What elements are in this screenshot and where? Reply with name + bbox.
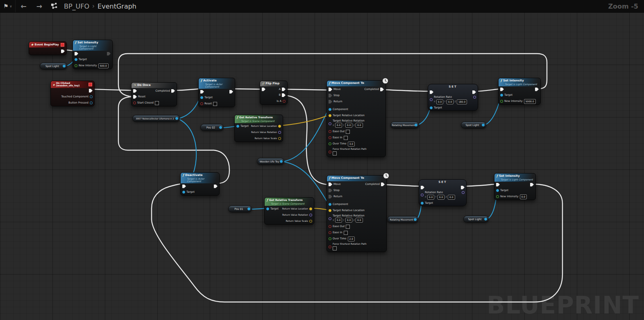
exec-out-pin[interactable] (535, 88, 539, 91)
variable-spot-light-3[interactable]: Spot Light (463, 216, 489, 223)
variable-rotating-movement-2[interactable]: Rotating Movement (387, 216, 418, 223)
ease-in-checkbox[interactable] (344, 231, 348, 235)
wire-exec[interactable] (285, 95, 328, 185)
node-set-rotation-rate-1[interactable]: SET Rotation Rate X0.0 Y0.0 Z180.0 Targe… (428, 84, 478, 111)
rotation-x-value[interactable]: 0.0 (335, 123, 342, 128)
exec-in-pin[interactable] (200, 90, 204, 94)
node-on-clicked[interactable]: ◆ On Clicked (wooden_ufo_toy) Touched Co… (50, 81, 95, 106)
return-scale-pin[interactable] (309, 220, 312, 223)
object-out-pin[interactable] (482, 124, 485, 126)
ease-in-pin[interactable] (329, 136, 331, 139)
node-deactivate[interactable]: ƒ Deactivate Target is Actor Component T… (180, 172, 220, 196)
force-shortest-pin[interactable] (329, 151, 331, 153)
exec-out-pin[interactable] (530, 183, 534, 187)
exec-in-pin[interactable] (430, 90, 433, 94)
node-move-component-to-2[interactable]: ƒ Move Component To Move Completed Stop … (327, 175, 387, 252)
force-shortest-checkbox[interactable] (333, 246, 337, 250)
exec-out-pin[interactable] (214, 185, 218, 188)
new-intensity-value[interactable]: 5000.0 (524, 99, 536, 104)
node-set-intensity-1[interactable]: ƒ Set Intensity Target is Light Componen… (73, 40, 113, 69)
rotation-rate-pin[interactable] (430, 98, 433, 101)
rotation-y-value[interactable]: 0.0 (345, 218, 353, 223)
return-exec-pin[interactable] (329, 195, 332, 198)
reset-checkbox[interactable] (213, 102, 217, 106)
target-relative-rotation-pin[interactable] (329, 122, 331, 125)
object-out-pin[interactable] (414, 218, 417, 221)
variable-rotating-movement-1[interactable]: Rotating Movement (390, 122, 419, 128)
reset-in-pin[interactable] (133, 95, 137, 99)
start-closed-pin[interactable] (133, 101, 136, 104)
ease-in-checkbox[interactable] (344, 136, 348, 140)
component-pin[interactable] (329, 108, 331, 111)
stop-exec-pin[interactable] (329, 189, 332, 192)
rate-y-value[interactable]: 0.0 (438, 195, 445, 200)
exec-in-pin[interactable] (262, 88, 265, 91)
exec-in-pin[interactable] (75, 52, 78, 56)
button-pressed-pin[interactable] (90, 101, 93, 104)
object-out-pin[interactable] (280, 160, 283, 163)
wire-exec[interactable] (92, 89, 135, 90)
ease-out-pin[interactable] (329, 130, 331, 133)
rate-x-value[interactable]: 0.0 (436, 99, 444, 104)
start-closed-checkbox[interactable] (155, 101, 159, 105)
return-rotation-pin[interactable] (278, 131, 281, 134)
node-do-once[interactable]: ↪ Do Once Completed Reset Start Closed (131, 82, 177, 106)
target-relative-rotation-pin[interactable] (329, 217, 331, 220)
return-location-pin[interactable] (309, 207, 312, 210)
variable-wooden-ufo-toy[interactable]: Wooden Ufo Toy (257, 158, 284, 165)
target-pin[interactable] (266, 207, 269, 210)
exec-out-pin[interactable] (472, 90, 476, 94)
move-exec-pin[interactable] (329, 88, 332, 91)
target-pin[interactable] (200, 96, 203, 99)
new-intensity-pin[interactable] (75, 64, 77, 67)
node-get-relative-transform-2[interactable]: ƒ Get Relative Transform Target is Scene… (264, 197, 314, 225)
over-time-value[interactable]: 3.0 (348, 142, 355, 146)
rate-y-value[interactable]: 0.0 (447, 99, 454, 104)
graph-hierarchy-icon[interactable] (47, 0, 61, 12)
touched-component-pin[interactable] (90, 95, 93, 98)
target-pin[interactable] (421, 202, 424, 205)
target-pin[interactable] (236, 125, 239, 128)
return-location-pin[interactable] (278, 125, 281, 128)
return-exec-pin[interactable] (329, 100, 332, 104)
node-activate[interactable]: ƒ Activate Target is Actor Component Tar… (198, 78, 235, 107)
force-shortest-checkbox[interactable] (333, 151, 337, 155)
wire-exec[interactable] (174, 89, 200, 90)
wire-exec[interactable] (464, 184, 495, 186)
variable-pos-01[interactable]: Pos 01 (228, 205, 252, 212)
value-out-pin[interactable] (473, 96, 476, 99)
wire-exec[interactable] (232, 89, 262, 89)
node-set-intensity-2[interactable]: ƒ Set Intensity Target is Light Componen… (498, 78, 541, 105)
back-button[interactable]: ← (16, 2, 31, 10)
over-time-pin[interactable] (329, 142, 331, 145)
new-intensity-pin[interactable] (496, 195, 499, 198)
node-flip-flop[interactable]: // Flip Flop A B Is A (260, 81, 288, 105)
target-pin[interactable] (182, 191, 185, 194)
exec-in-pin[interactable] (496, 183, 500, 187)
ease-out-checkbox[interactable] (346, 225, 350, 229)
rate-z-value[interactable]: 0.0 (448, 195, 455, 200)
ease-out-pin[interactable] (329, 225, 331, 228)
ease-out-checkbox[interactable] (346, 130, 350, 134)
completed-out-pin[interactable] (171, 89, 175, 93)
exec-out-pin[interactable] (107, 52, 111, 56)
rotation-z-value[interactable]: 0.0 (356, 218, 363, 223)
value-out-pin[interactable] (462, 191, 465, 194)
target-pin[interactable] (500, 94, 503, 97)
breadcrumb-eventgraph[interactable]: EventGraph (98, 2, 136, 10)
variable-pos-02[interactable]: Pos 02 (200, 124, 224, 131)
node-set-rotation-rate-2[interactable]: SET Rotation Rate X0.0 Y0.0 Z0.0 Target (419, 179, 467, 206)
node-set-intensity-3[interactable]: ƒ Set Intensity Target is Light Componen… (494, 173, 536, 200)
move-exec-pin[interactable] (329, 183, 332, 186)
is-a-pin[interactable] (283, 100, 286, 103)
exec-in-pin[interactable] (133, 89, 137, 93)
target-relative-location-pin[interactable] (329, 114, 331, 117)
exec-out-pin[interactable] (61, 50, 65, 53)
wire-object[interactable] (178, 95, 201, 119)
wire-object[interactable] (250, 208, 266, 209)
target-pin[interactable] (496, 189, 499, 192)
exec-out-pin[interactable] (89, 89, 93, 92)
force-shortest-pin[interactable] (329, 246, 331, 248)
object-out-pin[interactable] (484, 218, 487, 221)
wire-exec[interactable] (285, 89, 328, 90)
